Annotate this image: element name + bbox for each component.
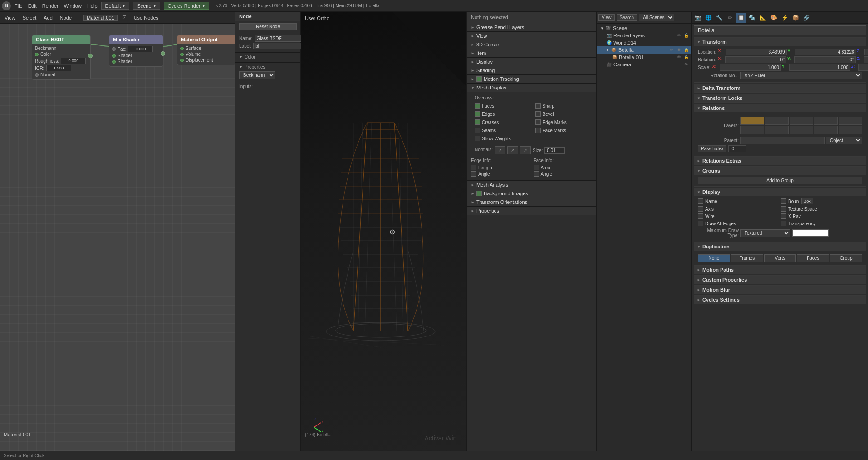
layer-7[interactable] bbox=[765, 126, 789, 134]
item-header[interactable]: Item bbox=[467, 49, 596, 57]
pp-tab-object[interactable]: ✏ bbox=[725, 13, 735, 23]
vertex-normals-btn[interactable]: ↗ bbox=[495, 146, 505, 154]
roughness-input[interactable] bbox=[61, 58, 86, 64]
scale-z[interactable] bbox=[858, 64, 868, 71]
shading-header[interactable]: Shading bbox=[467, 66, 596, 74]
view-header[interactable]: View bbox=[467, 32, 596, 40]
sharp-cb[interactable] bbox=[535, 103, 541, 109]
outliner-search-btn[interactable]: Search bbox=[617, 14, 638, 21]
node-canvas[interactable]: Glass BSDF Beckmann Color Roughness: IOR bbox=[0, 24, 235, 451]
add-to-group-btn[interactable]: Add to Group bbox=[698, 177, 862, 184]
loc-x[interactable] bbox=[726, 49, 787, 55]
rot-y[interactable] bbox=[794, 56, 856, 63]
to-header[interactable]: Transform Orientations bbox=[467, 198, 596, 206]
cam-eye-btn[interactable]: 👁 bbox=[683, 61, 689, 68]
custom-properties-header[interactable]: Custom Properties bbox=[694, 276, 866, 284]
fac-input[interactable] bbox=[128, 46, 153, 52]
dup-faces-btn[interactable]: Faces bbox=[797, 254, 829, 262]
parent-type-select[interactable]: Object bbox=[826, 137, 862, 144]
face-angle-cb[interactable] bbox=[534, 171, 539, 177]
dup-verts-btn[interactable]: Verts bbox=[764, 254, 796, 262]
outliner-scene-select[interactable]: All Scenes bbox=[639, 14, 674, 21]
loc-y[interactable] bbox=[795, 49, 856, 55]
layer-3[interactable] bbox=[790, 117, 813, 125]
mesh-display-header[interactable]: Mesh Display bbox=[467, 84, 596, 92]
layer-9[interactable] bbox=[814, 126, 838, 134]
pp-tab-scene[interactable]: 🌐 bbox=[703, 13, 713, 23]
loop-normals-btn[interactable]: ↗ bbox=[507, 146, 518, 154]
edge-marks-cb[interactable] bbox=[535, 119, 541, 125]
scene-selector[interactable]: Scene ▾ bbox=[133, 2, 160, 10]
relations-header[interactable]: Relations bbox=[694, 104, 866, 112]
menu-edit[interactable]: Edit bbox=[28, 3, 37, 9]
pp-tab-particles[interactable]: 📦 bbox=[790, 13, 800, 23]
parent-input[interactable] bbox=[740, 137, 825, 144]
scale-y[interactable] bbox=[789, 64, 850, 71]
engine-selector[interactable]: Cycles Render ▾ bbox=[164, 2, 209, 10]
bi-checkbox[interactable] bbox=[476, 191, 482, 196]
mix-shader-node[interactable]: Mix Shader Fac: Shader Shader bbox=[109, 35, 163, 67]
np-color-section[interactable]: Color bbox=[235, 53, 300, 63]
bevel-cb[interactable] bbox=[535, 111, 541, 117]
rl-restrict-btn[interactable]: 🔒 bbox=[683, 32, 689, 39]
pp-tab-constraints[interactable]: 🔲 bbox=[736, 13, 746, 23]
face-marks-cb[interactable] bbox=[535, 128, 541, 133]
display-header[interactable]: Display bbox=[467, 58, 596, 66]
rl-eye-btn[interactable]: 👁 bbox=[676, 32, 682, 39]
outliner-renderlayers[interactable]: 📷 RenderLayers 👁 🔒 bbox=[597, 32, 691, 39]
outliner-scene[interactable]: ▼ 🎬 Scene bbox=[597, 25, 691, 32]
creases-cb[interactable] bbox=[475, 119, 480, 125]
pass-value-input[interactable] bbox=[728, 145, 746, 152]
xray-cb[interactable] bbox=[781, 213, 786, 219]
b001-restrict-btn[interactable]: 🔒 bbox=[683, 54, 689, 60]
delta-transform-header[interactable]: Delta Transform bbox=[694, 84, 866, 92]
cycles-settings-header[interactable]: Cycles Settings bbox=[694, 296, 866, 304]
area-cb[interactable] bbox=[534, 165, 539, 170]
np-color-toggle[interactable]: Color bbox=[239, 54, 297, 59]
properties-header[interactable]: Properties bbox=[467, 207, 596, 215]
botella-restrict-btn[interactable]: 🔒 bbox=[683, 47, 689, 53]
pp-tab-modifiers[interactable]: 🔩 bbox=[747, 13, 757, 23]
menu-help[interactable]: Help bbox=[87, 3, 98, 9]
transform-locks-header[interactable]: Transform Locks bbox=[694, 94, 866, 102]
name-cb[interactable] bbox=[698, 198, 703, 204]
motion-tracking-header[interactable]: Motion Tracking bbox=[467, 75, 596, 83]
length-cb[interactable] bbox=[471, 165, 476, 170]
layer-4[interactable] bbox=[814, 117, 838, 125]
scale-x[interactable] bbox=[720, 64, 781, 71]
outliner-botella[interactable]: ▼ 📦 Botella ✏ 👁 🔒 bbox=[597, 46, 691, 54]
edges-cb[interactable] bbox=[475, 111, 480, 117]
grease-pencil-header[interactable]: Grease Pencil Layers bbox=[467, 23, 596, 31]
box-btn[interactable]: Box bbox=[801, 198, 813, 204]
menu-window[interactable]: Window bbox=[64, 3, 82, 9]
max-draw-type-select[interactable]: Textured bbox=[740, 229, 790, 237]
reset-node-btn[interactable]: Reset Node bbox=[239, 23, 297, 30]
bg-images-header[interactable]: Background Images bbox=[467, 189, 596, 198]
seams-cb[interactable] bbox=[475, 128, 480, 133]
np-properties-section[interactable]: Properties Beckmann bbox=[235, 63, 300, 82]
ne-select-btn[interactable]: Select bbox=[20, 15, 39, 20]
botella-eye-btn[interactable]: 👁 bbox=[676, 47, 682, 53]
motion-blur-header[interactable]: Motion Blur bbox=[694, 286, 866, 294]
transform-header[interactable]: Transform bbox=[694, 38, 866, 46]
b001-eye-btn[interactable]: 👁 bbox=[676, 54, 682, 60]
layer-6[interactable] bbox=[740, 126, 764, 134]
ne-material-selector[interactable]: Material.001 bbox=[83, 15, 118, 21]
boun-cb[interactable] bbox=[781, 198, 786, 204]
pp-tab-physics[interactable]: 🔗 bbox=[801, 13, 811, 23]
axis-cb[interactable] bbox=[698, 206, 703, 212]
ne-use-nodes-cb[interactable]: ☑ bbox=[119, 15, 129, 20]
layer-2[interactable] bbox=[765, 117, 789, 125]
relations-extras-header[interactable]: Relations Extras bbox=[694, 157, 866, 165]
dup-none-btn[interactable]: None bbox=[698, 254, 730, 262]
face-normals-btn[interactable]: ↗ bbox=[520, 146, 531, 154]
cursor-header[interactable]: 3D Cursor bbox=[467, 40, 596, 49]
glass-bsdf-node[interactable]: Glass BSDF Beckmann Color Roughness: IOR bbox=[32, 35, 91, 80]
workspace-selector[interactable]: Default ▾ bbox=[101, 2, 130, 10]
outliner-view-btn[interactable]: View bbox=[598, 14, 615, 21]
faces-cb[interactable] bbox=[475, 103, 480, 109]
layer-5[interactable] bbox=[839, 117, 862, 125]
pp-tab-render[interactable]: 📷 bbox=[692, 13, 702, 23]
mt-checkbox[interactable] bbox=[476, 76, 482, 82]
dup-frames-btn[interactable]: Frames bbox=[731, 254, 763, 262]
